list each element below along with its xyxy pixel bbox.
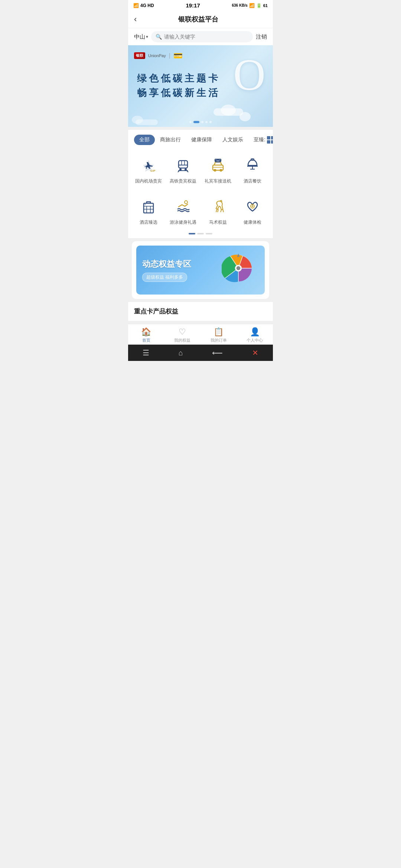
svg-rect-25 (144, 203, 146, 205)
key-card-title: 重点卡产品权益 (134, 307, 267, 316)
dynamic-subtitle: 超级权益 福利多多 (142, 273, 187, 282)
key-card-section: 重点卡产品权益 (128, 302, 273, 321)
nav-benefits-label: 我的权益 (174, 338, 190, 343)
dot-4 (209, 121, 212, 123)
page-dot-2 (206, 233, 212, 234)
hotel-dining-icon-wrap (242, 155, 263, 176)
svg-text:CIP: CIP (150, 169, 156, 172)
cloud-o: O (233, 53, 265, 97)
hotel-dining-label: 酒店餐饮 (244, 178, 261, 184)
search-bar: 中山 ▾ 🔍 注销 (128, 28, 273, 45)
battery-level: 61 (263, 3, 268, 8)
icon-rail[interactable]: 高铁贵宾权益 (166, 151, 201, 188)
banner-dots (189, 121, 212, 123)
header: ‹ 银联权益平台 (128, 11, 273, 28)
network-label: 4G HD (140, 3, 154, 8)
dynamic-title: 动态权益专区 (142, 259, 222, 270)
nav-home-label: 首页 (142, 338, 150, 343)
svg-point-11 (213, 169, 216, 172)
dynamic-section: 动态权益专区 超级权益 福利多多 (132, 241, 269, 299)
svg-line-27 (216, 209, 217, 212)
network-icon: 📶 (133, 3, 139, 8)
swimming-label: 游泳健身礼遇 (170, 219, 196, 226)
svg-line-9 (187, 171, 188, 172)
nav-profile[interactable]: 👤 个人中心 (237, 327, 273, 343)
car-icon-wrap (208, 155, 228, 176)
equestrian-svg (209, 198, 226, 215)
back-nav-button[interactable]: ⟵ (212, 348, 223, 357)
city-selector[interactable]: 中山 ▾ (134, 33, 148, 40)
equestrian-icon-wrap (208, 196, 228, 217)
dynamic-wheel (222, 251, 259, 289)
car-label: 礼宾车接送机 (205, 178, 231, 184)
health-label: 健康体检 (244, 219, 261, 226)
nav-orders-label: 我的订单 (211, 338, 227, 343)
equestrian-label: 马术权益 (209, 219, 227, 226)
status-left: 📶 4G HD (133, 3, 154, 8)
tab-travel[interactable]: 商旅出行 (155, 135, 186, 145)
banner-content: 绿色低碳主题卡 畅享低碳新生活 (137, 56, 220, 100)
banner: 银联 UnionPay | 💳 绿色低碳主题卡 畅享低碳新生活 O (128, 45, 273, 127)
icon-grid-row1: CIP 国内机场贵宾 高铁贵宾权益 (128, 148, 273, 190)
nav-home[interactable]: 🏠 首页 (128, 327, 164, 343)
chevron-down-icon: ▾ (146, 34, 148, 39)
rail-icon-wrap (173, 155, 193, 176)
page-dot-0 (189, 233, 195, 234)
svg-line-30 (223, 209, 224, 212)
nav-profile-label: 个人中心 (247, 338, 263, 343)
nav-orders[interactable]: 📋 我的订单 (200, 327, 237, 343)
svg-point-41 (237, 266, 241, 270)
orders-icon: 📋 (213, 327, 224, 337)
category-section: 全部 商旅出行 健康保障 人文娱乐 至臻: CIP 国内机场贵宾 (128, 130, 273, 238)
nav-benefits[interactable]: ♡ 我的权益 (164, 327, 201, 343)
benefits-icon: ♡ (179, 327, 186, 337)
banner-line2: 畅享低碳新生活 (137, 86, 220, 100)
battery-icon: 🔋 (256, 3, 262, 8)
hotel-select-svg (140, 198, 157, 215)
airport-icon-wrap: CIP (138, 155, 159, 176)
wheel-svg (222, 251, 255, 285)
dot-0 (189, 121, 192, 123)
page-title: 银联权益平台 (140, 15, 256, 24)
svg-rect-1 (179, 161, 188, 168)
tab-health[interactable]: 健康保障 (186, 135, 217, 145)
icon-swimming[interactable]: 游泳健身礼遇 (166, 193, 201, 229)
profile-icon: 👤 (250, 327, 260, 337)
banner-line1: 绿色低碳主题卡 (137, 71, 220, 86)
icon-car[interactable]: 礼宾车接送机 (200, 151, 235, 188)
icon-airport[interactable]: CIP 国内机场贵宾 (131, 151, 166, 188)
dot-2 (201, 121, 203, 123)
rail-label: 高铁贵宾权益 (170, 178, 196, 184)
icon-equestrian[interactable]: 马术权益 (200, 193, 235, 229)
dot-3 (205, 121, 208, 123)
airport-svg: CIP (140, 157, 157, 174)
close-button[interactable]: ✕ (252, 348, 258, 357)
status-bar: 📶 4G HD 19:17 636 KB/s 📶 🔋 61 (128, 0, 273, 11)
time-display: 19:17 (186, 2, 200, 9)
tab-all[interactable]: 全部 (134, 135, 155, 145)
tab-culture[interactable]: 人文娱乐 (217, 135, 248, 145)
wifi-icon: 📶 (249, 3, 255, 8)
dynamic-banner-inner[interactable]: 动态权益专区 超级权益 福利多多 (136, 246, 265, 295)
page-dots (128, 231, 273, 238)
menu-button[interactable]: ☰ (143, 348, 149, 357)
swimming-svg (175, 198, 192, 215)
health-icon-wrap (242, 196, 263, 217)
icon-hotel-select[interactable]: 酒店臻选 (131, 193, 166, 229)
cancel-button[interactable]: 注销 (256, 33, 267, 40)
tab-premium[interactable]: 至臻: (248, 134, 273, 145)
category-tabs: 全部 商旅出行 健康保障 人文娱乐 至臻: (128, 130, 273, 148)
rail-svg (175, 157, 192, 174)
grid-icon (267, 136, 273, 144)
hotel-select-label: 酒店臻选 (140, 219, 157, 226)
premium-label: 至臻: (254, 137, 265, 143)
search-input[interactable] (164, 34, 248, 40)
svg-point-26 (185, 201, 188, 204)
home-icon: 🏠 (141, 327, 151, 337)
icon-health[interactable]: 健康体检 (235, 193, 270, 229)
health-svg (244, 198, 261, 215)
search-input-wrap[interactable]: 🔍 (151, 31, 253, 42)
home-button[interactable]: ⌂ (179, 349, 183, 357)
back-button[interactable]: ‹ (134, 14, 137, 24)
icon-hotel-dining[interactable]: 酒店餐饮 (235, 151, 270, 188)
